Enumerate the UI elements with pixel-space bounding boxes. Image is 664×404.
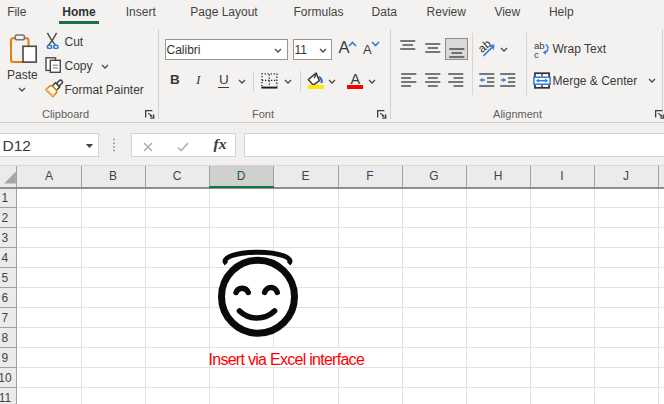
row-header-7[interactable]: 7: [2, 311, 9, 325]
row-header-10[interactable]: 10: [0, 371, 12, 385]
column-header-B[interactable]: B: [109, 169, 117, 183]
column-header-C[interactable]: C: [173, 169, 182, 183]
cell-d9-text[interactable]: Insert via Excel interface: [209, 351, 365, 369]
column-header-E[interactable]: E: [301, 169, 309, 183]
column-header-H[interactable]: H: [494, 169, 503, 183]
row-header-9[interactable]: 9: [2, 351, 9, 365]
column-header-D[interactable]: D: [237, 169, 246, 183]
row-header-11[interactable]: 11: [0, 391, 11, 404]
row-header-2[interactable]: 2: [2, 211, 9, 225]
column-header-F[interactable]: F: [366, 169, 373, 183]
column-header-G[interactable]: G: [429, 169, 438, 183]
column-header-A[interactable]: A: [45, 169, 53, 183]
row-header-4[interactable]: 4: [2, 251, 9, 265]
row-header-1[interactable]: 1: [2, 191, 9, 205]
row-header-3[interactable]: 3: [2, 231, 9, 245]
row-header-8[interactable]: 8: [2, 331, 9, 345]
row-header-5[interactable]: 5: [2, 271, 9, 285]
row-header-6[interactable]: 6: [2, 291, 9, 305]
gridlines: [0, 0, 664, 404]
column-header-J[interactable]: J: [623, 169, 629, 183]
selected-column-underline: [209, 186, 274, 188]
column-header-I[interactable]: I: [560, 169, 563, 183]
excel-window: FileHomeInsertPage LayoutFormulasDataRev…: [0, 0, 664, 404]
